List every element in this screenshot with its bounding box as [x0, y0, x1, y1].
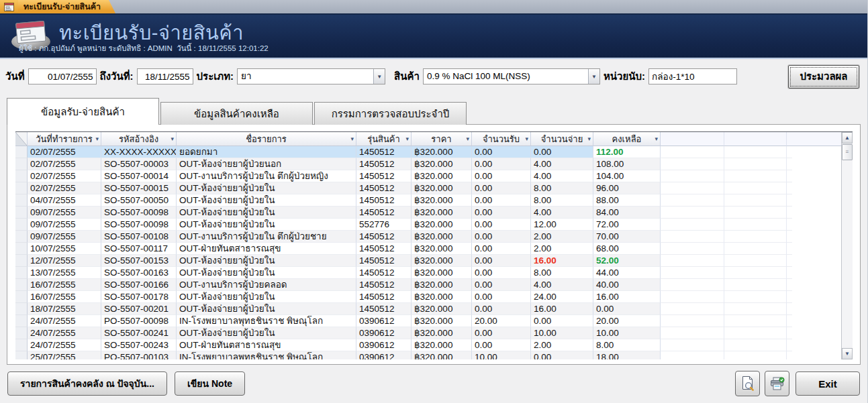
cell-balance[interactable]: 8.00	[593, 339, 661, 351]
cell-lot[interactable]: 1450512	[356, 279, 412, 291]
cell-lot[interactable]: 1450512	[356, 194, 412, 207]
exit-button[interactable]: Exit	[795, 371, 860, 396]
cell-qty-issued[interactable]: 4.00	[531, 207, 593, 219]
vertical-scrollbar[interactable]: ▲ ≡ ▼	[841, 132, 853, 359]
cell-date[interactable]: 09/07/2555	[28, 231, 101, 243]
cell-ref-code[interactable]: SO-5507-00108	[101, 231, 177, 243]
scrollbar-thumb[interactable]: ≡	[842, 144, 853, 160]
cell-date[interactable]: 02/07/2555	[28, 182, 101, 194]
scroll-down-button[interactable]: ▼	[842, 348, 853, 359]
row-selector[interactable]	[15, 267, 28, 279]
cell-qty-issued[interactable]: 0.00	[531, 351, 593, 359]
cell-item-name[interactable]: OUT-ห้องจ่ายยาผู้ป่วยใน	[177, 194, 356, 207]
cell-price[interactable]: ฿320.000	[412, 170, 472, 182]
cell-date[interactable]: 25/07/2555	[28, 351, 101, 359]
column-header-ref-code[interactable]: รหัสอ้างอิง▾	[101, 132, 177, 146]
cell-lot[interactable]: 1450512	[356, 243, 412, 255]
tab-annual-audit-committee[interactable]: กรรมการตรวจสอบประจำปี	[314, 102, 467, 125]
column-header-balance[interactable]: คงเหลือ▾	[593, 132, 661, 146]
cell-price[interactable]: ฿320.000	[412, 339, 472, 351]
cell-lot[interactable]: 1450512	[356, 267, 412, 279]
cell-qty-received[interactable]: 0.00	[472, 207, 531, 219]
cell-ref-code[interactable]: SO-5507-00163	[101, 267, 177, 279]
cell-balance[interactable]: 84.00	[593, 207, 661, 219]
cell-price[interactable]: ฿320.000	[412, 194, 472, 207]
cell-lot[interactable]: 1450512	[356, 255, 412, 267]
cell-qty-received[interactable]: 0.00	[472, 158, 531, 170]
cell-item-name[interactable]: OUT-งานบริการผู้ป่วยใน ตึกผู้ป่วยชาย	[177, 231, 356, 243]
row-selector[interactable]	[15, 170, 28, 182]
row-selector[interactable]	[15, 303, 28, 315]
cell-qty-issued[interactable]: 0.00	[531, 315, 593, 327]
cell-balance[interactable]: 88.00	[593, 194, 661, 207]
cell-item-name[interactable]: IN-โรงพยาบาลพุทธชินราช พิษณุโลก	[177, 315, 356, 327]
cell-qty-received[interactable]: 0.00	[472, 146, 531, 158]
cell-ref-code[interactable]: SO-5507-00243	[101, 339, 177, 351]
cell-item-name[interactable]: OUT-ฝ่ายทันตสาธารณสุข	[177, 339, 356, 351]
cell-qty-issued[interactable]: 4.00	[531, 170, 593, 182]
cell-qty-received[interactable]: 10.00	[472, 351, 531, 359]
row-selector[interactable]	[15, 146, 28, 158]
scroll-up-button[interactable]: ▲	[842, 132, 853, 143]
cell-price[interactable]: ฿320.000	[412, 279, 472, 291]
cell-qty-issued[interactable]: 4.00	[531, 279, 593, 291]
cell-balance[interactable]: 40.00	[593, 279, 661, 291]
cell-qty-received[interactable]: 0.00	[472, 219, 531, 231]
cell-balance[interactable]: 52.00	[593, 255, 661, 267]
column-header-date[interactable]: วันที่ทำรายการ▾	[28, 132, 101, 146]
cell-ref-code[interactable]: SO-5507-00014	[101, 170, 177, 182]
cell-qty-received[interactable]: 0.00	[472, 194, 531, 207]
column-header-item-name[interactable]: ชื่อรายการ▾	[177, 132, 356, 146]
cell-item-name[interactable]: OUT-ห้องจ่ายยาผู้ป่วยใน	[177, 303, 356, 315]
row-selector[interactable]	[15, 158, 28, 170]
cell-ref-code[interactable]: SO-5507-00201	[101, 303, 177, 315]
cell-price[interactable]: ฿320.000	[412, 255, 472, 267]
row-selector[interactable]	[15, 182, 28, 194]
cell-date[interactable]: 09/07/2555	[28, 207, 101, 219]
cell-balance[interactable]: 10.00	[593, 327, 661, 339]
type-combo[interactable]: ยา ▼	[237, 68, 385, 84]
column-header-qty-issued[interactable]: จำนวนจ่าย▾	[531, 132, 593, 146]
cell-qty-issued[interactable]: 16.00	[531, 303, 593, 315]
column-header-lot[interactable]: รุ่นสินค้า▾	[356, 132, 412, 146]
cell-lot[interactable]: 0390612	[356, 327, 412, 339]
cell-price[interactable]: ฿320.000	[412, 231, 472, 243]
cell-date[interactable]: 13/07/2555	[28, 267, 101, 279]
cell-item-name[interactable]: OUT-ห้องจ่ายยาผู้ป่วยใน	[177, 182, 356, 194]
cell-ref-code[interactable]: SO-5507-00015	[101, 182, 177, 194]
cell-qty-issued[interactable]: 10.00	[531, 327, 593, 339]
cell-lot[interactable]: 1450512	[356, 231, 412, 243]
cell-lot[interactable]: 552776	[356, 219, 412, 231]
print-button[interactable]	[765, 371, 789, 396]
cell-lot[interactable]: 1450512	[356, 170, 412, 182]
cell-lot[interactable]: 1450512	[356, 146, 412, 158]
cell-qty-received[interactable]: 0.00	[472, 279, 531, 291]
cell-price[interactable]: ฿320.000	[412, 303, 472, 315]
cell-qty-issued[interactable]: 12.00	[531, 219, 593, 231]
process-button[interactable]: ประมวลผล	[788, 65, 859, 89]
cell-ref-code[interactable]: SO-5507-00098	[101, 207, 177, 219]
cell-qty-received[interactable]: 0.00	[472, 291, 531, 303]
filter-dropdown-icon[interactable]: ▾	[525, 135, 528, 142]
row-selector[interactable]	[15, 315, 28, 327]
date-to-input[interactable]	[137, 68, 193, 84]
cell-lot[interactable]: 0390612	[356, 339, 412, 351]
cell-balance[interactable]: 108.00	[593, 158, 661, 170]
cell-date[interactable]: 12/07/2555	[28, 255, 101, 267]
filter-dropdown-icon[interactable]: ▾	[466, 135, 469, 142]
cell-item-name[interactable]: OUT-ห้องจ่ายยาผู้ป่วยนอก	[177, 158, 356, 170]
cell-balance[interactable]: 112.00	[593, 146, 661, 158]
cell-price[interactable]: ฿320.000	[412, 351, 472, 359]
row-selector[interactable]	[15, 194, 28, 207]
cell-balance[interactable]: 104.00	[593, 170, 661, 182]
cell-qty-issued[interactable]: 4.00	[531, 158, 593, 170]
cell-qty-issued[interactable]: 8.00	[531, 194, 593, 207]
cell-balance[interactable]: 44.00	[593, 267, 661, 279]
date-from-input[interactable]	[28, 68, 97, 84]
cell-balance[interactable]: 16.00	[593, 291, 661, 303]
cell-price[interactable]: ฿320.000	[412, 327, 472, 339]
cell-qty-received[interactable]: 0.00	[472, 170, 531, 182]
type-combo-arrow-button[interactable]: ▼	[373, 69, 385, 84]
cell-balance[interactable]: 18.00	[593, 351, 661, 359]
cell-qty-received[interactable]: 0.00	[472, 255, 531, 267]
